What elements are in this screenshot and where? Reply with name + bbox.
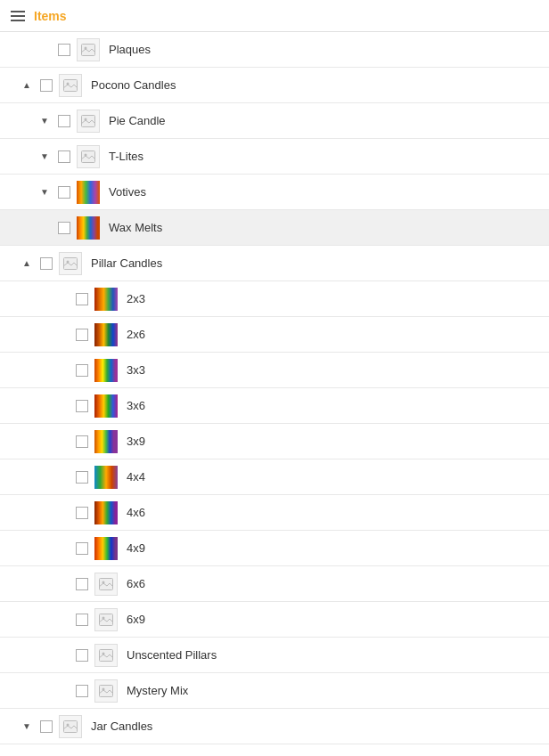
item-label: Jar Candles (91, 719, 540, 733)
list-item[interactable]: ▼T-Lites (0, 139, 549, 175)
item-label: 4x9 (127, 541, 540, 555)
chevron-down-icon[interactable]: ▼ (22, 721, 31, 731)
thumbnail-area (93, 500, 119, 525)
list-item[interactable]: 3x3 (0, 353, 549, 388)
item-checkbox[interactable] (58, 222, 70, 234)
toggle-area[interactable]: ▼ (36, 151, 53, 161)
thumbnail-area (57, 73, 84, 98)
item-checkbox[interactable] (40, 79, 53, 92)
list-item[interactable]: ▼Pie Candle (0, 103, 549, 139)
item-checkbox[interactable] (58, 150, 70, 163)
item-thumbnail (94, 288, 118, 311)
checkbox-area (53, 222, 75, 234)
item-label: 6x9 (127, 613, 540, 626)
page-title: Items (34, 9, 67, 23)
chevron-up-icon[interactable]: ▲ (22, 258, 31, 268)
chevron-down-icon[interactable]: ▼ (40, 187, 49, 197)
item-checkbox[interactable] (76, 685, 88, 697)
item-checkbox[interactable] (40, 257, 53, 270)
thumbnail-area (93, 394, 119, 419)
item-checkbox[interactable] (76, 507, 88, 519)
item-checkbox[interactable] (76, 471, 88, 484)
thumbnail-placeholder (77, 145, 100, 168)
checkbox-area (71, 507, 93, 519)
hamburger-icon[interactable] (11, 11, 25, 21)
item-thumbnail (94, 394, 118, 418)
list-item[interactable]: 4x4 (0, 459, 549, 495)
list-item[interactable]: Plaques (0, 32, 549, 68)
thumbnail-placeholder (59, 74, 82, 97)
item-thumbnail (94, 359, 118, 382)
thumbnail-placeholder (59, 252, 82, 275)
item-checkbox[interactable] (76, 293, 88, 305)
checkbox-area (71, 542, 93, 555)
item-label: Unscented Pillars (127, 648, 540, 662)
item-label: 4x6 (127, 506, 540, 519)
item-checkbox[interactable] (40, 720, 53, 733)
toggle-area[interactable]: ▲ (18, 258, 36, 268)
item-checkbox[interactable] (76, 542, 88, 555)
item-label: T-Lites (109, 150, 540, 163)
checkbox-area (71, 614, 93, 626)
toggle-area[interactable]: ▼ (36, 116, 53, 126)
toggle-area[interactable]: ▼ (36, 187, 53, 197)
list-item[interactable]: Unscented Pillars (0, 638, 549, 673)
item-thumbnail (94, 430, 118, 453)
item-checkbox[interactable] (76, 329, 88, 341)
list-item[interactable]: 6x9 (0, 602, 549, 638)
thumbnail-area (75, 180, 102, 205)
list-item[interactable]: 4x9 (0, 531, 549, 566)
item-label: 3x3 (127, 363, 540, 377)
checkbox-area (71, 400, 93, 412)
item-checkbox[interactable] (76, 578, 88, 590)
item-checkbox[interactable] (58, 115, 70, 127)
list-item[interactable]: ▲Pillar Candles (0, 246, 549, 281)
checkbox-area (36, 720, 57, 733)
item-label: 2x6 (127, 328, 540, 341)
list-item[interactable]: ▼Jar Candles (0, 709, 549, 744)
list-item[interactable]: ▼Votives (0, 175, 549, 210)
thumbnail-placeholder (77, 110, 100, 133)
checkbox-area (53, 115, 75, 127)
list-item[interactable]: Wax Melts (0, 210, 549, 246)
app-header: Items (0, 0, 549, 32)
list-item[interactable]: 6x6 (0, 566, 549, 602)
chevron-down-icon[interactable]: ▼ (40, 151, 49, 161)
item-checkbox[interactable] (76, 435, 88, 448)
list-item[interactable]: 4x6 (0, 495, 549, 531)
thumbnail-area (75, 109, 102, 134)
list-item[interactable]: 2x3 (0, 281, 549, 317)
list-item[interactable]: 3x9 (0, 424, 549, 459)
checkbox-area (53, 44, 75, 56)
thumbnail-area (93, 679, 119, 703)
item-checkbox[interactable] (76, 364, 88, 377)
item-thumbnail (94, 537, 118, 560)
list-item[interactable]: Mystery Mix (0, 673, 549, 709)
list-item[interactable]: 3x6 (0, 388, 549, 424)
item-checkbox[interactable] (58, 186, 70, 199)
thumbnail-area (93, 322, 119, 347)
thumbnail-placeholder (94, 573, 118, 596)
toggle-area[interactable]: ▼ (18, 721, 36, 731)
thumbnail-area (57, 714, 84, 739)
thumbnail-area (57, 251, 84, 276)
checkbox-area (71, 435, 93, 448)
checkbox-area (36, 79, 57, 92)
item-label: 3x6 (127, 399, 540, 412)
thumbnail-area (93, 643, 119, 668)
chevron-down-icon[interactable]: ▼ (40, 116, 49, 126)
item-label: 4x4 (127, 470, 540, 484)
thumbnail-area (93, 358, 119, 383)
item-checkbox[interactable] (76, 614, 88, 626)
item-checkbox[interactable] (58, 44, 70, 56)
item-checkbox[interactable] (76, 400, 88, 412)
chevron-up-icon[interactable]: ▲ (22, 80, 31, 90)
item-label: Pie Candle (109, 114, 540, 127)
item-thumbnail (94, 323, 118, 346)
list-item[interactable]: 2x6 (0, 317, 549, 353)
item-label: 3x9 (127, 435, 540, 448)
toggle-area[interactable]: ▲ (18, 80, 36, 90)
list-item[interactable]: ▲Pocono Candles (0, 68, 549, 103)
item-checkbox[interactable] (76, 649, 88, 662)
item-label: Wax Melts (109, 221, 540, 234)
